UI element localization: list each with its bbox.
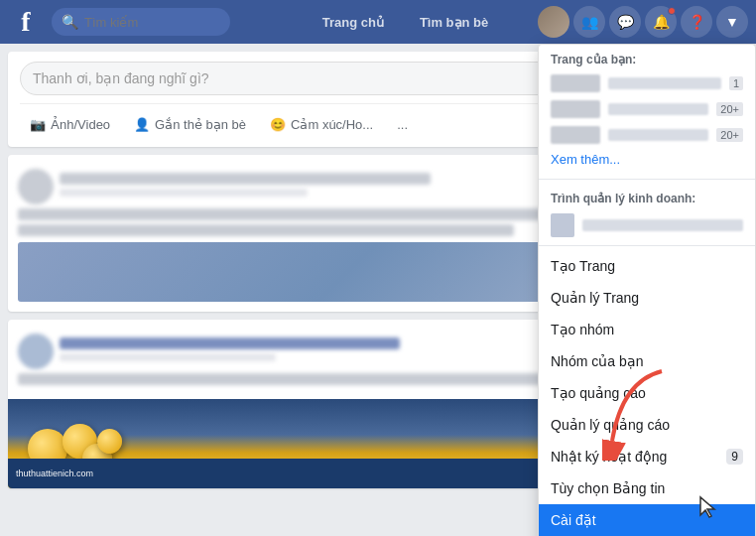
nav-right: 👥 💬 🔔 ❓ ▼ (538, 6, 748, 38)
page-count-2: 20+ (716, 102, 743, 116)
page-item-1[interactable]: 1 (539, 70, 755, 96)
page-item-3[interactable]: 20+ (539, 122, 755, 148)
blur-bar (60, 337, 400, 349)
my-groups-label: Nhóm của bạn (551, 353, 643, 369)
create-page-label: Tạo Trang (551, 258, 615, 274)
more-btn[interactable]: ... (387, 112, 418, 137)
blur-bar (18, 208, 612, 220)
emoji-label: Cảm xúc/Ho... (291, 117, 373, 132)
business-name-blur (582, 219, 743, 231)
blur-bar (60, 189, 308, 197)
page-thumb-3 (551, 126, 600, 144)
blur-bar (60, 173, 431, 185)
bell-icon: 🔔 (653, 14, 670, 30)
create-group-label: Tạo nhóm (551, 322, 614, 337)
friends-icon-btn[interactable]: 👥 (573, 6, 605, 38)
manage-page-label: Quản lý Trang (551, 290, 639, 306)
page-name-blur (608, 77, 721, 89)
search-icon: 🔍 (62, 14, 78, 30)
nav-center: Trang chủ Tìm bạn bè (273, 11, 538, 34)
divider-1 (539, 179, 755, 180)
page-count-3: 20+ (716, 128, 743, 142)
menu-item-create-group[interactable]: Tạo nhóm (539, 314, 755, 345)
emoji-btn[interactable]: 😊 Cảm xúc/Ho... (260, 112, 383, 137)
menu-item-news-options[interactable]: Tùy chọn Bảng tin (539, 472, 755, 504)
menu-item-manage-page[interactable]: Quản lý Trang (539, 282, 755, 314)
page-thumb-2 (551, 100, 600, 118)
dropdown-menu: Trang của bạn: 1 20+ 20+ Xem thêm... Trì… (538, 44, 756, 536)
search-input[interactable] (84, 15, 203, 30)
menu-item-create-page[interactable]: Tạo Trang (539, 250, 755, 282)
tag-icon: 👤 (134, 117, 150, 132)
fb-logo-letter: f (21, 6, 30, 38)
menu-item-manage-ad[interactable]: Quản lý quảng cáo (539, 409, 755, 441)
bell-icon-btn[interactable]: 🔔 (645, 6, 677, 38)
watermark-text: thuthuattienich.com (16, 469, 93, 478)
manage-ad-label: Quản lý quảng cáo (551, 417, 670, 433)
menu-item-activity[interactable]: Nhật ký hoạt động 9 (539, 441, 755, 472)
facebook-logo: f (8, 4, 44, 40)
activity-label: Nhật ký hoạt động (551, 449, 667, 465)
home-nav-link[interactable]: Trang chủ (315, 11, 392, 34)
photo-label: Ảnh/Video (51, 117, 110, 132)
see-more-link[interactable]: Xem thêm... (539, 148, 755, 175)
friends-icon: 👥 (581, 14, 598, 30)
news-options-label: Tùy chọn Bảng tin (551, 480, 665, 496)
search-bar[interactable]: 🔍 (52, 8, 230, 36)
notification-dot (668, 7, 676, 15)
business-thumb (551, 213, 574, 237)
page-count-1: 1 (729, 76, 743, 90)
blur-avatar (18, 169, 54, 204)
blur-bar (60, 353, 276, 361)
tag-friend-btn[interactable]: 👤 Gắn thẻ bạn bè (124, 112, 256, 137)
blur-bar (18, 224, 514, 236)
business-section-title: Trình quản lý kinh doanh: (539, 184, 755, 209)
help-icon: ❓ (689, 14, 705, 30)
page-thumb-1 (551, 74, 600, 92)
page-item-2[interactable]: 20+ (539, 96, 755, 122)
nav-left: f 🔍 (8, 4, 273, 40)
page-name-blur-3 (608, 129, 708, 141)
find-friends-nav-link[interactable]: Tìm bạn bè (412, 11, 496, 34)
blur-bar (18, 373, 579, 385)
menu-item-create-ad[interactable]: Tạo quảng cáo (539, 377, 755, 409)
chevron-down-icon: ▼ (725, 14, 739, 30)
photo-video-btn[interactable]: 📷 Ảnh/Video (20, 112, 120, 137)
business-item[interactable] (539, 209, 755, 241)
menu-item-settings[interactable]: Cài đặt (539, 504, 755, 536)
more-icon: ... (397, 117, 408, 132)
emoji-icon: 😊 (270, 117, 286, 132)
activity-badge: 9 (726, 449, 743, 465)
divider-2 (539, 245, 755, 246)
coin-4 (97, 429, 122, 454)
create-ad-label: Tạo quảng cáo (551, 385, 646, 401)
settings-label: Cài đặt (551, 512, 596, 528)
chevron-down-icon-btn[interactable]: ▼ (716, 6, 748, 38)
menu-item-my-groups[interactable]: Nhóm của bạn (539, 345, 755, 377)
page-name-blur-2 (608, 103, 708, 115)
pages-section-title: Trang của bạn: (539, 45, 755, 70)
profile-avatar-nav[interactable] (538, 6, 569, 38)
help-icon-btn[interactable]: ❓ (681, 6, 712, 38)
photo-icon: 📷 (30, 117, 46, 132)
main-content: Thanh ơi, bạn đang nghĩ gì? 📷 Ảnh/Video … (0, 44, 756, 536)
blur-avatar-2 (18, 334, 54, 369)
messenger-icon: 💬 (617, 14, 634, 30)
tag-label: Gắn thẻ bạn bè (155, 117, 246, 132)
messenger-icon-btn[interactable]: 💬 (609, 6, 641, 38)
top-navigation: f 🔍 Trang chủ Tìm bạn bè 👥 💬 🔔 ❓ ▼ (0, 0, 756, 44)
